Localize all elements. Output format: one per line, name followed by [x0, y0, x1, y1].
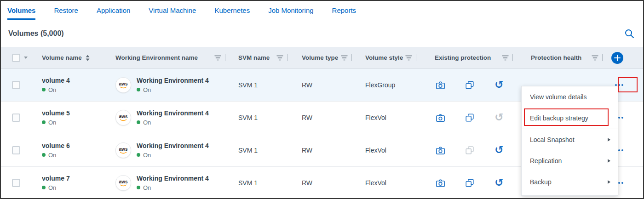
- aws-icon: aws: [115, 77, 131, 93]
- status-dot-icon: [42, 120, 46, 124]
- volume-name: volume 7: [42, 175, 70, 182]
- tab-label: Kubernetes: [214, 6, 250, 14]
- column-divider: [351, 54, 352, 61]
- volume-status: On: [42, 152, 70, 159]
- column-label[interactable]: Existing protection: [435, 54, 491, 61]
- existing-protection-cell: ↺: [420, 167, 517, 199]
- filter-icon[interactable]: [276, 55, 283, 61]
- tab-kubernetes[interactable]: Kubernetes: [214, 1, 250, 20]
- submenu-arrow-icon: [608, 180, 610, 184]
- tab-job-monitoring[interactable]: Job Monitoring: [268, 1, 313, 20]
- tab-application[interactable]: Application: [97, 1, 130, 20]
- tab-label: Restore: [54, 6, 78, 14]
- row-checkbox[interactable]: [12, 179, 20, 187]
- snapshot-camera-icon: [435, 178, 446, 188]
- column-divider: [512, 54, 513, 61]
- existing-protection-cell: ↺: [420, 69, 517, 101]
- column-label[interactable]: Volume style: [365, 54, 403, 61]
- volume-status: On: [42, 86, 70, 93]
- column-header-protection-health: Protection health: [517, 47, 606, 68]
- page-title: Volumes (5,000): [8, 29, 64, 38]
- aws-icon: aws: [115, 175, 131, 191]
- svm-name: SVM 1: [238, 114, 258, 121]
- tab-virtual-machine[interactable]: Virtual Machine: [149, 1, 196, 20]
- aws-icon: aws: [115, 110, 131, 125]
- svm-name: SVM 1: [238, 147, 258, 154]
- working-environment-status: On: [137, 119, 209, 126]
- tab-volumes[interactable]: Volumes: [7, 1, 35, 20]
- working-environment-status: On: [137, 86, 209, 93]
- menu-item-local-snapshot[interactable]: Local Snapshot: [522, 129, 618, 150]
- column-label[interactable]: Volume type: [302, 54, 338, 61]
- volume-status: On: [42, 184, 70, 191]
- add-button[interactable]: [611, 52, 623, 64]
- column-header-existing-protection: Existing protection: [420, 47, 517, 68]
- existing-protection-cell: ↺: [420, 102, 517, 134]
- working-environment-status: On: [137, 184, 209, 191]
- volume-type: RW: [302, 147, 312, 154]
- volume-type: RW: [302, 179, 312, 187]
- column-header-volume-name: Volume name: [36, 47, 105, 68]
- volume-style: FlexVol: [365, 179, 386, 187]
- tab-bar: Volumes Restore Application Virtual Mach…: [1, 1, 643, 20]
- column-label[interactable]: Protection health: [531, 54, 581, 61]
- svm-name: SVM 1: [238, 179, 258, 187]
- tab-label: Application: [97, 6, 130, 14]
- select-menu-caret-icon[interactable]: [24, 57, 28, 59]
- filter-icon[interactable]: [502, 55, 509, 61]
- tab-restore[interactable]: Restore: [54, 1, 78, 20]
- tab-label: Virtual Machine: [149, 6, 196, 14]
- menu-item-edit-backup-strategy[interactable]: Edit backup strategy: [522, 108, 618, 129]
- snapshot-camera-icon: [435, 145, 446, 156]
- tab-label: Volumes: [7, 6, 35, 14]
- volume-name: volume 5: [42, 109, 70, 117]
- select-all-checkbox[interactable]: [12, 54, 20, 62]
- column-label[interactable]: SVM name: [238, 54, 270, 61]
- tab-reports[interactable]: Reports: [332, 1, 356, 20]
- filter-icon[interactable]: [592, 55, 598, 61]
- working-environment-name: Working Environment 4: [137, 77, 209, 85]
- aws-icon: aws: [115, 142, 131, 158]
- status-dot-icon: [42, 186, 46, 189]
- context-menu: View volume details Edit backup strategy…: [521, 86, 618, 196]
- replication-copy-icon: [464, 145, 475, 155]
- row-checkbox[interactable]: [12, 146, 20, 154]
- sort-icon[interactable]: [86, 55, 90, 61]
- column-divider: [101, 54, 101, 61]
- column-header-svm-name: SVM name: [229, 47, 291, 68]
- status-dot-icon: [137, 88, 140, 91]
- menu-item-replication[interactable]: Replication: [522, 150, 618, 171]
- submenu-arrow-icon: [608, 138, 610, 142]
- tab-label: Job Monitoring: [268, 6, 313, 14]
- menu-item-view-volume-details[interactable]: View volume details: [522, 86, 618, 108]
- snapshot-camera-icon: [435, 80, 446, 91]
- column-label[interactable]: Volume name: [42, 54, 82, 61]
- volume-name: volume 4: [42, 77, 70, 85]
- volume-status: On: [42, 119, 70, 126]
- submenu-arrow-icon: [608, 159, 610, 163]
- status-dot-icon: [137, 186, 140, 189]
- backup-restore-icon: ↺: [494, 177, 505, 188]
- column-label[interactable]: Working Environment name: [115, 54, 198, 61]
- column-divider: [287, 54, 288, 61]
- svm-name: SVM 1: [238, 81, 258, 89]
- menu-item-backup[interactable]: Backup: [522, 171, 618, 193]
- column-header-working-environment: Working Environment name: [105, 47, 229, 68]
- column-divider: [225, 54, 225, 61]
- row-checkbox[interactable]: [12, 114, 20, 122]
- row-checkbox[interactable]: [12, 81, 20, 89]
- column-divider: [602, 54, 603, 61]
- search-icon[interactable]: [624, 28, 635, 39]
- backup-restore-icon: ↺: [494, 112, 505, 123]
- replication-copy-icon: [464, 80, 475, 90]
- filter-icon[interactable]: [341, 55, 348, 61]
- filter-icon[interactable]: [214, 55, 221, 61]
- working-environment-name: Working Environment 4: [137, 109, 209, 117]
- status-dot-icon: [137, 153, 140, 157]
- volume-style: FlexVol: [365, 114, 386, 121]
- working-environment-name: Working Environment 4: [137, 175, 209, 182]
- volumes-screen: Volumes Restore Application Virtual Mach…: [0, 0, 644, 199]
- volume-style: FlexVol: [365, 147, 386, 154]
- filter-icon[interactable]: [405, 55, 412, 61]
- column-header-volume-style: Volume style: [356, 47, 420, 68]
